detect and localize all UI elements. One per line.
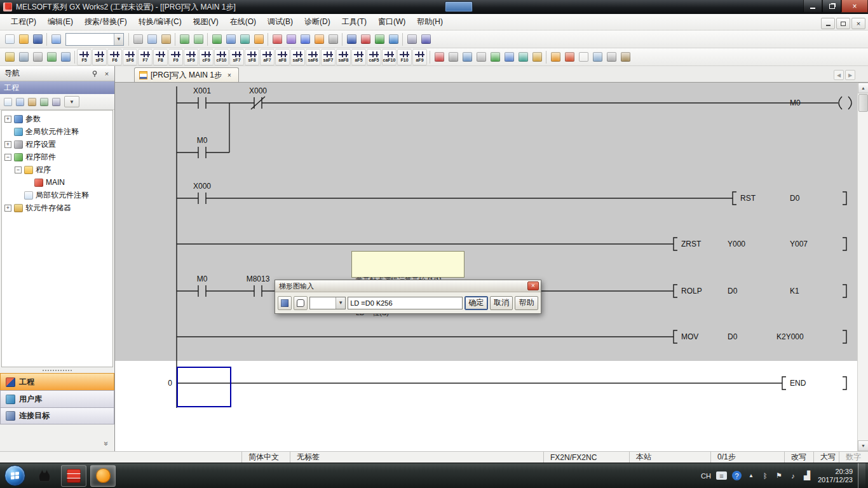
taskbar-clock[interactable]: 20:39 2017/12/23 <box>818 468 853 484</box>
nav-splitter-handle[interactable] <box>0 367 114 373</box>
tab-scroll-right-icon[interactable]: ▶ <box>845 70 855 80</box>
expand-toggle[interactable]: − <box>15 166 22 173</box>
taskbar-app-pinned[interactable] <box>32 465 57 487</box>
transfer-setup-icon[interactable] <box>284 32 298 47</box>
cut-icon[interactable] <box>131 32 145 47</box>
keyboard-icon[interactable]: ≡ <box>716 471 727 480</box>
note-icon[interactable] <box>238 32 252 47</box>
rect-select-icon[interactable] <box>474 50 488 65</box>
tree-item[interactable]: 全局软元件注释 <box>2 125 112 138</box>
expand-toggle[interactable]: − <box>4 154 11 161</box>
comment-edit-icon[interactable] <box>488 50 502 65</box>
rising-pulse-close-button[interactable]: saF5 <box>290 49 305 65</box>
project-window-icon[interactable] <box>3 50 17 65</box>
menu-item[interactable]: 调试(B) <box>262 14 299 30</box>
menu-item[interactable]: 帮助(H) <box>411 14 449 30</box>
taskbar-app-gxworks[interactable] <box>61 465 86 487</box>
vertical-scrollbar[interactable]: ▲ ▼ <box>857 83 868 451</box>
restore-button[interactable] <box>822 0 841 13</box>
start-button[interactable] <box>4 465 25 486</box>
monitor-start-icon[interactable] <box>344 32 358 47</box>
delete-line-icon[interactable] <box>446 50 460 65</box>
show-desktop-button[interactable] <box>858 463 865 488</box>
new-project-icon[interactable] <box>3 32 17 47</box>
menu-item[interactable]: 搜索/替换(F) <box>79 14 133 30</box>
scroll-down-icon[interactable]: ▼ <box>858 440 868 451</box>
read-from-plc-icon[interactable] <box>312 32 326 47</box>
docking-window-icon[interactable] <box>17 50 31 65</box>
edit-cursor-cell[interactable] <box>177 367 231 407</box>
find-device-icon[interactable] <box>618 50 632 65</box>
device-memory-icon[interactable] <box>252 32 266 47</box>
close-nav-icon[interactable]: × <box>102 69 112 78</box>
symbol-combo-dropdown-icon[interactable]: ▼ <box>336 297 345 309</box>
tree-item[interactable]: + 程序设置 <box>2 138 112 151</box>
symbol-type-combo[interactable]: ▼ <box>309 297 346 309</box>
display-grid-icon[interactable] <box>548 50 562 65</box>
vertical-line-button[interactable]: sF9 <box>184 49 198 65</box>
parallel-rising-pulse-button[interactable]: aF7 <box>260 49 275 65</box>
tree-item[interactable]: + 软元件存储器 <box>2 201 112 214</box>
delete-vertical-line-button[interactable]: cF10 <box>214 49 229 65</box>
note-edit-icon[interactable] <box>516 50 530 65</box>
dialog-close-button[interactable]: × <box>527 281 539 290</box>
delete-horizontal-line-button[interactable]: cF9 <box>199 49 214 65</box>
mdi-close-button[interactable]: × <box>851 18 865 29</box>
menu-item[interactable]: 诊断(D) <box>299 14 336 30</box>
mdi-minimize-button[interactable] <box>821 18 835 29</box>
nav-sort-icon[interactable] <box>38 95 50 108</box>
tree-item[interactable]: 局部软元件注释 <box>2 189 112 201</box>
mdi-restore-button[interactable] <box>836 18 850 29</box>
tab-scroll-left-icon[interactable]: ◀ <box>834 70 844 80</box>
cancel-button[interactable]: 取消 <box>490 296 513 310</box>
parameter-icon[interactable] <box>270 32 284 47</box>
falling-pulse-button[interactable]: sF8 <box>245 49 259 65</box>
menu-item[interactable]: 工程(P) <box>5 14 42 30</box>
closed-contact-button[interactable]: F6 <box>107 49 122 65</box>
nav-filter-icon[interactable] <box>50 95 62 108</box>
no-convert-button[interactable]: caF10 <box>382 49 397 65</box>
statement-edit-icon[interactable] <box>502 50 516 65</box>
workspace-button[interactable]: 连接目标 <box>0 407 114 424</box>
copy-icon[interactable] <box>145 32 159 47</box>
parallel-falling-pulse-button[interactable]: aF8 <box>275 49 290 65</box>
menu-item[interactable]: 转换/编译(C) <box>133 14 187 30</box>
coil-button[interactable]: F7 <box>138 49 153 65</box>
scrollbar-thumb[interactable] <box>858 94 868 112</box>
ime-lang-indicator[interactable]: CH <box>701 471 711 481</box>
program-select-combo[interactable]: ▼ <box>65 33 124 46</box>
tree-item[interactable]: MAIN <box>2 176 112 189</box>
statement-icon[interactable] <box>224 32 238 47</box>
ladder-diagram[interactable]: X001 X000 M0 M0 X000 RST D0 ZRST Y000 Y0… <box>115 83 857 451</box>
comment-display-icon[interactable] <box>58 50 72 65</box>
bluetooth-icon[interactable]: ᛒ <box>761 471 770 481</box>
outline-window-icon[interactable] <box>31 50 44 65</box>
network-icon[interactable]: ▟ <box>803 471 811 481</box>
device-comment-edit-icon[interactable] <box>530 50 544 65</box>
operation-result-pulse-button[interactable]: aF9 <box>412 49 427 65</box>
ladder-editor-canvas[interactable]: X001 X000 M0 M0 X000 RST D0 ZRST Y000 Y0… <box>115 83 868 451</box>
device-comment-icon[interactable] <box>210 32 224 47</box>
taskbar-app-browser[interactable] <box>90 465 116 487</box>
parallel-open-contact-button[interactable]: sF5 <box>92 49 107 65</box>
help-button[interactable]: 帮助 <box>515 296 538 310</box>
parallel-closed-contact-button[interactable]: sF6 <box>123 49 137 65</box>
dialog-title-bar[interactable]: 梯形图输入 × <box>275 280 541 292</box>
menu-item[interactable]: 在线(O) <box>224 14 262 30</box>
device-display-icon[interactable] <box>44 50 58 65</box>
menu-item[interactable]: 编辑(E) <box>42 14 79 30</box>
tree-item[interactable]: + 参数 <box>2 112 112 125</box>
display-mode-icon[interactable] <box>562 50 576 65</box>
write-to-plc-icon[interactable] <box>298 32 312 47</box>
convert-operation-button[interactable]: caF5 <box>367 49 381 65</box>
program-check-icon[interactable] <box>405 32 419 47</box>
redo-icon[interactable] <box>191 32 205 47</box>
volume-icon[interactable]: ♪ <box>789 471 797 481</box>
undo-icon[interactable] <box>177 32 191 47</box>
scroll-up-icon[interactable]: ▲ <box>858 83 868 93</box>
language-bar[interactable] <box>445 1 473 12</box>
action-center-flag-icon[interactable]: ⚑ <box>775 471 783 481</box>
comment-input-button[interactable] <box>294 296 308 310</box>
parallel-falling-pulse-close-button[interactable]: saF8 <box>336 49 351 65</box>
menu-item[interactable]: 工具(T) <box>336 14 372 30</box>
